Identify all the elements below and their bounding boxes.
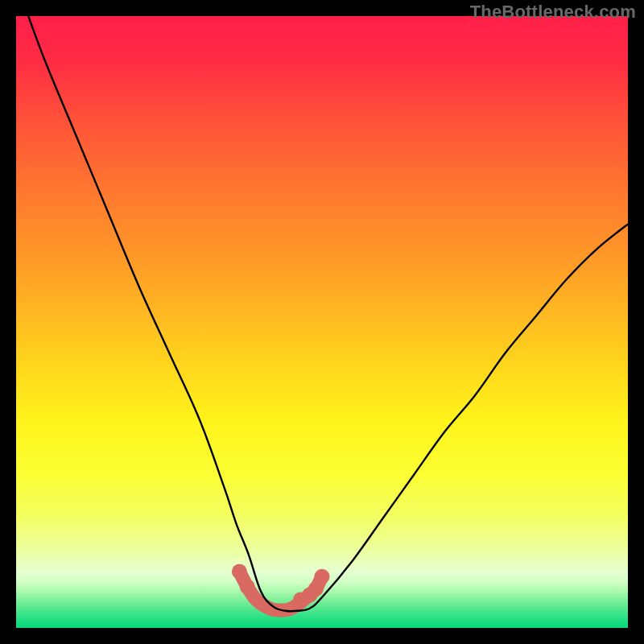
- basin-dot: [240, 580, 255, 595]
- watermark-text: TheBottleneck.com: [470, 2, 636, 23]
- outer-black-frame: TheBottleneck.com: [0, 0, 644, 644]
- plot-area: [16, 16, 628, 628]
- basin-dot: [315, 569, 330, 584]
- gradient-background: [16, 16, 628, 628]
- basin-dot: [232, 564, 247, 580]
- chart-svg: [16, 16, 628, 628]
